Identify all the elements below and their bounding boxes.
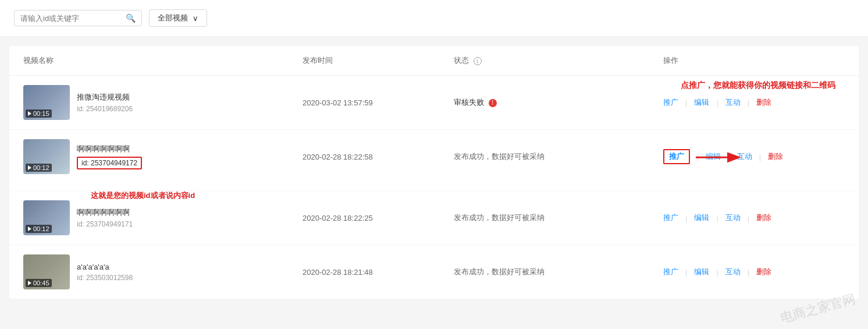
video-id: id: 253503012598 [77,274,133,282]
play-icon [28,165,31,170]
col-header-status: 状态 i [454,55,663,66]
search-box[interactable]: 🔍 [14,10,142,26]
video-thumbnail: 00:45 [23,254,70,289]
status-fail-icon: ! [489,99,497,107]
play-icon [28,227,31,231]
duration-badge: 00:15 [26,109,52,118]
status-text: 发布成功，数据好可被采纳 [454,267,663,277]
publish-time: 2020-02-28 18:22:25 [303,214,454,222]
duration-text: 00:45 [33,280,49,286]
edit-button[interactable]: 编辑 [694,267,709,277]
video-id: id: 254019689206 [77,105,133,113]
table-header: 视频名称 发布时间 状态 i 操作 [9,46,859,76]
delete-button[interactable]: 删除 [768,151,783,162]
video-title: 啊啊啊啊啊啊啊 [77,207,133,218]
col-header-actions: 操作 [663,55,845,66]
promote-button[interactable]: 推广 [663,97,678,108]
delete-button[interactable]: 删除 [756,213,771,223]
video-thumbnail: 00:12 [23,139,70,174]
edit-button[interactable]: 编辑 [694,97,709,108]
edit-button[interactable]: 编辑 [694,213,709,223]
video-title: a'a'a'a'a'a [77,263,133,271]
promote-tooltip: 点推广，您就能获得你的视频链接和二维码 [681,80,835,91]
table-row: 00:12 啊啊啊啊啊啊啊 id: 253704949171 2020-02-2… [9,191,859,245]
chevron-down-icon: ∨ [193,14,198,23]
video-id-highlighted: id: 253704949172 [77,157,142,169]
delete-button[interactable]: 删除 [756,97,771,108]
video-info: 00:15 推微淘违规视频 id: 254019689206 [23,85,303,120]
search-icon[interactable]: 🔍 [126,13,136,23]
video-info: 00:45 a'a'a'a'a'a id: 253503012598 [23,254,303,289]
row-actions: 推广 | 编辑 | 互动 | 删除 [663,213,845,223]
video-meta: 推微淘违规视频 id: 254019689206 [77,92,133,113]
video-meta: 啊啊啊啊啊啊啊 id: 253704949171 [77,207,133,228]
arrow-annotation [696,148,742,168]
duration-text: 00:12 [33,225,49,232]
promote-button[interactable]: 推广 [663,213,678,223]
search-input[interactable] [20,14,126,23]
play-icon [28,281,31,285]
publish-time: 2020-03-02 13:57:59 [303,98,454,107]
video-title: 啊啊啊啊啊啊啊 [77,144,142,154]
row-actions: 推广 | 编辑 | 互动 | 删除 [663,267,845,277]
video-list-table: 视频名称 发布时间 状态 i 操作 00:15 推微淘违规视频 id: 2540… [9,46,859,299]
interact-button[interactable]: 互动 [725,213,741,223]
video-meta: 啊啊啊啊啊啊啊 id: 253704949172 [77,144,142,169]
promote-button-highlighted[interactable]: 推广 [663,149,690,164]
video-thumbnail: 00:15 [23,85,70,120]
top-toolbar: 🔍 全部视频 ∨ [0,0,868,37]
table-row: 00:12 啊啊啊啊啊啊啊 id: 253704949172 2020-02-2… [9,130,859,191]
video-info: 00:12 啊啊啊啊啊啊啊 id: 253704949172 [23,139,303,174]
publish-time: 2020-02-28 18:21:48 [303,268,454,277]
col-header-title: 视频名称 [23,55,303,66]
status-text: 发布成功，数据好可被采纳 [454,213,663,223]
video-title: 推微淘违规视频 [77,92,133,102]
video-info: 00:12 啊啊啊啊啊啊啊 id: 253704949171 [23,200,303,235]
filter-label: 全部视频 [158,13,188,23]
duration-badge: 00:12 [26,225,52,233]
status-text: 审核失败 ! [454,97,663,108]
filter-dropdown[interactable]: 全部视频 ∨ [149,9,207,27]
play-icon [28,111,31,116]
table-row: 00:45 a'a'a'a'a'a id: 253503012598 2020-… [9,245,859,299]
status-text: 发布成功，数据好可被采纳 [454,151,663,162]
row-actions: 推广 | 编辑 | 互动 | 删除 [663,149,845,164]
duration-badge: 00:12 [26,164,52,172]
interact-button[interactable]: 互动 [725,267,741,277]
col-header-publish-time: 发布时间 [303,55,454,66]
duration-text: 00:15 [33,110,49,117]
duration-badge: 00:45 [26,279,52,287]
promote-button[interactable]: 推广 [663,267,678,277]
row-actions: 推广 | 编辑 | 互动 | 删除 [663,97,845,108]
duration-text: 00:12 [33,164,49,171]
delete-button[interactable]: 删除 [756,267,771,277]
interact-button[interactable]: 互动 [725,97,741,108]
video-id: id: 253704949171 [77,220,133,228]
video-meta: a'a'a'a'a'a id: 253503012598 [77,263,133,282]
status-info-icon[interactable]: i [474,57,482,65]
publish-time: 2020-02-28 18:22:58 [303,153,454,161]
table-row: 00:15 推微淘违规视频 id: 254019689206 2020-03-0… [9,76,859,130]
video-thumbnail: 00:12 [23,200,70,235]
